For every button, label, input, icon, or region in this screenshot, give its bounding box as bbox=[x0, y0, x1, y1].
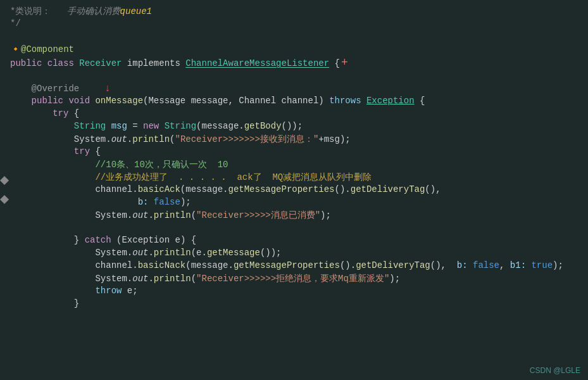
b-false-line: b: false ); bbox=[0, 196, 588, 209]
component-dot: 🔸 bbox=[10, 44, 21, 54]
system-3: System. bbox=[95, 248, 132, 258]
dot-props-2: (). bbox=[340, 260, 356, 270]
comment-chinese: 手动确认消费 bbox=[67, 6, 120, 17]
class-decl-line: public class Receiver implements Channel… bbox=[0, 56, 588, 70]
out-2: out bbox=[132, 210, 148, 220]
val-false-2: false bbox=[473, 260, 499, 270]
println-method-4: println bbox=[154, 274, 191, 284]
type-string-2: String bbox=[165, 121, 196, 131]
arrow-down: ↓ bbox=[104, 83, 111, 94]
dot-1: . bbox=[127, 134, 132, 144]
comment-queue: queue1 bbox=[120, 6, 152, 16]
kw-implements: implements bbox=[127, 58, 185, 68]
ack-paren: (), bbox=[425, 184, 441, 194]
exception-class: Exception bbox=[366, 96, 415, 106]
class-brace-open: { bbox=[329, 58, 340, 68]
kw-throw: throw bbox=[95, 286, 127, 296]
comment-10: //10条、10次，只确认一次 10 bbox=[95, 159, 228, 170]
blank-line-3 bbox=[0, 222, 588, 234]
kw-void: void bbox=[68, 96, 95, 106]
blank-line-2 bbox=[0, 70, 588, 82]
method-onmessage: onMessage bbox=[95, 96, 143, 106]
kw-try-2: try bbox=[74, 146, 96, 156]
component-line: 🔸 @Component bbox=[0, 43, 588, 56]
comment-header-line: *类说明： 手动确认消费 queue1 bbox=[0, 5, 588, 18]
kw-class: class bbox=[47, 58, 79, 68]
catch-close-brace: } bbox=[74, 298, 79, 308]
class-name-receiver: Receiver bbox=[79, 58, 127, 68]
kw-try: try bbox=[53, 108, 74, 118]
dot-props-1: (). bbox=[335, 184, 351, 194]
param-b2: b: bbox=[457, 260, 473, 270]
println-method-2: println bbox=[154, 210, 191, 220]
method-basic-nack: basicNack bbox=[138, 260, 186, 270]
println-close-4: ); bbox=[389, 274, 400, 284]
nack-close: ); bbox=[553, 260, 563, 270]
method-get-props-2: getMessageProperties bbox=[234, 260, 340, 270]
method-get-props-1: getMessageProperties bbox=[228, 184, 334, 194]
channel-ref-1: channel. bbox=[95, 184, 137, 194]
comment-business-line: //业务成功处理了 . . . . . ack了 MQ减把消息从队列中删除 bbox=[0, 171, 588, 184]
kw-new: new bbox=[143, 121, 165, 131]
plus-indicator: + bbox=[341, 56, 348, 69]
dot-2: . bbox=[148, 210, 153, 220]
kw-public: public bbox=[10, 58, 47, 68]
var-msg: msg bbox=[111, 121, 133, 131]
type-string: String bbox=[74, 121, 111, 131]
string-reject: "Receiver>>>>>>拒绝消息，要求Mq重新派发" bbox=[196, 273, 389, 284]
out-3: out bbox=[132, 248, 148, 258]
getmessage-close: ()); bbox=[260, 248, 282, 258]
method-basic-ack: basicAck bbox=[138, 184, 180, 194]
kw-catch: catch bbox=[85, 235, 116, 245]
println-paren-1: ( bbox=[170, 134, 175, 144]
println2-line: System. out . println ( "Receiver>>>>>消息… bbox=[0, 209, 588, 222]
get-body-call: (message. bbox=[196, 121, 244, 131]
comment-business: //业务成功处理了 . . . . . ack了 MQ减把消息从队列中删除 bbox=[95, 172, 372, 183]
println4-line: System. out . println ( "Receiver>>>>>>拒… bbox=[0, 272, 588, 285]
dot-4: . bbox=[148, 274, 153, 284]
kw-public-2: public bbox=[32, 96, 69, 106]
get-body-paren: ()); bbox=[282, 121, 303, 131]
method-get-tag-2: getDeliveryTag bbox=[356, 260, 430, 270]
system-4: System. bbox=[95, 274, 132, 284]
println-method-3: println bbox=[154, 248, 191, 258]
assign-op: = bbox=[132, 121, 143, 131]
dot-3: . bbox=[148, 248, 153, 258]
code-editor: *类说明： 手动确认消费 queue1 */ 🔸 @Component publ… bbox=[0, 0, 588, 380]
system-2: System. bbox=[95, 210, 132, 220]
println-paren-2: ( bbox=[191, 210, 196, 220]
system-1: System. bbox=[74, 134, 111, 144]
indent-override bbox=[10, 84, 32, 94]
nack-params: (message. bbox=[185, 260, 234, 270]
annotation-override: @Override bbox=[32, 84, 80, 94]
concat-1: +msg); bbox=[318, 134, 350, 144]
component-annotation: @Component bbox=[21, 44, 74, 54]
interface-name: ChannelAwareMessageListener bbox=[185, 58, 329, 68]
comment-10-line: //10条、10次，只确认一次 10 bbox=[0, 158, 588, 171]
println-method-1: println bbox=[132, 134, 170, 144]
catch-brace-close: } bbox=[74, 235, 85, 245]
method-params: (Message message, Channel channel) bbox=[143, 96, 329, 106]
println-close-2: ); bbox=[320, 210, 331, 220]
string-1: "Receiver>>>>>>>接收到消息：" bbox=[175, 134, 318, 145]
comment-close-line: */ bbox=[0, 18, 588, 30]
nack-sep: , bbox=[499, 260, 510, 270]
try-line: try { bbox=[0, 108, 588, 120]
blank-line-1 bbox=[0, 30, 588, 43]
val-false: false bbox=[154, 197, 180, 207]
b-close-paren: ); bbox=[180, 197, 191, 207]
comment-close: */ bbox=[10, 18, 21, 28]
throw-var: e; bbox=[127, 286, 138, 296]
string-msg-line: String msg = new String (message. getBod… bbox=[0, 120, 588, 133]
catch-close-line: } bbox=[0, 298, 588, 310]
nack-comma: (), bbox=[430, 260, 457, 270]
basic-ack-line: channel. basicAck (message. getMessagePr… bbox=[0, 184, 588, 196]
println-paren-4: ( bbox=[191, 274, 196, 284]
kw-throws: throws bbox=[329, 96, 366, 106]
println1-line: System. out . println ( "Receiver>>>>>>>… bbox=[0, 133, 588, 146]
param-b: b: bbox=[138, 197, 154, 207]
out-1: out bbox=[111, 134, 127, 144]
println3-line: System. out . println (e. getMessage ())… bbox=[0, 247, 588, 260]
param-b1: b1: bbox=[510, 260, 532, 270]
override-line: @Override ↓ bbox=[0, 82, 588, 95]
